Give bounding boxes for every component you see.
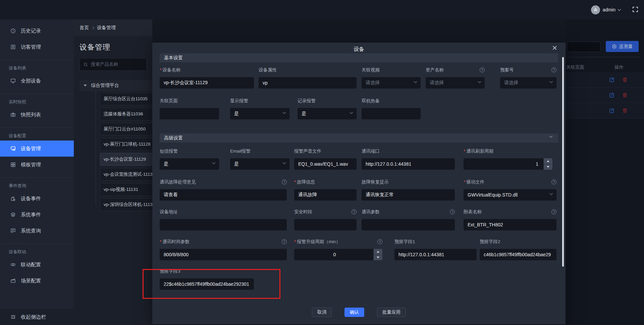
record-alarm-input[interactable]: 是 (298, 108, 357, 119)
field-label: *设备名称 (160, 67, 254, 74)
comm-fault-opinion-input[interactable]: 请查看 (160, 189, 287, 201)
field-label: 显示报警 (230, 98, 289, 105)
breadcrumb-home[interactable]: 首页 (79, 25, 89, 31)
sidebar-item-label: 系统查询 (21, 228, 41, 234)
help-icon[interactable]: ? (480, 67, 485, 72)
help-icon[interactable]: ? (282, 179, 287, 184)
select-value: 是 (164, 161, 168, 167)
dialog-section-advanced[interactable]: 高级设置 (160, 133, 558, 143)
tree-item[interactable]: 展厅综合区云台11035 (100, 93, 155, 105)
dialog-scrollbar[interactable] (562, 57, 564, 267)
tree-item[interactable]: vp-长沙会议室-11129 (100, 153, 155, 166)
chat-icon (10, 228, 16, 234)
chevron-down-icon (550, 80, 553, 83)
linked-video-input[interactable]: 请选择 (362, 77, 421, 89)
delete-icon[interactable] (622, 108, 628, 114)
tree-item[interactable]: 流媒体服务器11036 (100, 108, 155, 120)
search-icon (83, 62, 88, 67)
sidebar-item-chat[interactable]: 系统查询 (0, 223, 74, 239)
edit-icon[interactable] (609, 92, 615, 98)
alarm-sound-file-input[interactable]: EQ1_0.wav/EQ1_1.wav (294, 158, 357, 170)
search-input[interactable]: 搜索产品名称 (79, 58, 147, 71)
tree-item[interactable]: vp-sip视频-11131 (100, 183, 155, 196)
background-search-input[interactable] (567, 42, 600, 52)
field-label: 关联视频 (362, 67, 421, 74)
help-icon[interactable]: ? (551, 67, 556, 72)
camera-icon (10, 112, 16, 118)
sidebar-item-scene[interactable]: 场景配置 (0, 273, 74, 289)
safe-period-input[interactable] (294, 219, 357, 230)
spinner-down-button[interactable] (374, 255, 382, 261)
help-icon[interactable]: ? (282, 239, 287, 244)
reserved-field-1-input[interactable]: http://127.0.0.1:44381 (394, 249, 477, 260)
cancel-button[interactable]: 取消 (312, 308, 332, 317)
chevron-down-icon (283, 111, 286, 114)
form-field-comm-params: 通讯参数? (362, 209, 455, 230)
form-field-attached-table-name: 附表名称?Ext_BTR_TH802 (464, 209, 556, 230)
linked-page-input[interactable] (160, 108, 219, 119)
sidebar-item-device-manage[interactable]: 设备管理 (0, 141, 74, 157)
spinner-up-button[interactable] (374, 249, 382, 255)
email-alarm-input[interactable]: 是 (230, 158, 289, 170)
telemetry-add-button[interactable]: 遥测量 (606, 41, 639, 52)
spinner-down-button[interactable] (544, 164, 552, 170)
sidebar-item-visitor[interactable]: 访客管理 (0, 39, 74, 55)
fault-recovery-tip-input[interactable]: 通讯恢复正常 (362, 189, 455, 201)
spinner-up-button[interactable] (544, 158, 552, 164)
attached-table-name-input[interactable]: Ext_BTR_TH802 (464, 219, 556, 230)
dual-hot-standby-input[interactable] (362, 108, 421, 119)
delete-icon[interactable] (622, 92, 628, 98)
alarm-upgrade-period-input[interactable]: 0 (294, 249, 382, 260)
tree-item[interactable]: vp-展厅门口球机-11128 (100, 138, 155, 151)
batch-apply-button[interactable]: 批量应用 (377, 308, 406, 317)
sidebar-collapse-button[interactable]: 收起侧边栏 (0, 309, 74, 325)
sidebar-item-history[interactable]: 历史记录 (0, 23, 74, 39)
comm-port-input[interactable]: http://127.0.0.1:44381 (362, 158, 455, 170)
sidebar-item-link[interactable]: 联动配置 (0, 257, 74, 273)
tree-item[interactable]: vp-会议室推流测试-11130 (100, 168, 155, 181)
help-icon[interactable]: ? (450, 209, 455, 214)
close-icon[interactable]: ✕ (552, 45, 557, 51)
help-icon[interactable]: ? (551, 209, 556, 214)
driver-file-input[interactable]: GWVirtualEquip.STD.dll (464, 189, 556, 201)
show-alarm-input[interactable]: 是 (230, 108, 289, 119)
sidebar: 历史记录访客管理设备列表全部设备实时快照快照列表设备配置设备管理模板管理事件查询… (0, 19, 74, 325)
sidebar-item-camera[interactable]: 快照列表 (0, 107, 74, 123)
sidebar-item-device-event[interactable]: 设备事件 (0, 191, 74, 207)
device-address-input[interactable] (160, 219, 287, 230)
tree-item[interactable]: 展厅门口云台#11050 (100, 123, 155, 136)
device-tree-panel: 设备管理 搜索产品名称 综合管理平台 展厅综合区云台11035流媒体服务器110… (74, 36, 152, 325)
tree-item[interactable]: vp-深圳综合区球机-11133 (100, 198, 155, 211)
form-field-comm-time-params: *通讯时间参数?800/8/8/800 (160, 239, 287, 260)
edit-icon[interactable] (609, 77, 615, 83)
field-label: 预案号? (500, 67, 556, 74)
sidebar-item-layers[interactable]: 系统事件 (0, 207, 74, 223)
input-value: vp (263, 80, 268, 86)
help-icon[interactable]: ? (377, 239, 382, 244)
device-attr-input[interactable]: vp (259, 77, 357, 89)
plan-no-input[interactable]: 请选择 (500, 77, 556, 89)
fullscreen-icon[interactable] (632, 6, 639, 14)
confirm-button[interactable]: 确认 (344, 308, 364, 317)
device-name-input[interactable]: vp-长沙会议室-11129 (160, 77, 254, 89)
sms-alarm-input[interactable]: 是 (160, 158, 219, 170)
tree-root-node[interactable]: 综合管理平台 (79, 80, 153, 91)
comm-params-input[interactable] (362, 219, 455, 230)
sidebar-item-monitor[interactable]: 全部设备 (0, 73, 74, 89)
edit-icon[interactable] (609, 108, 615, 114)
sidebar-item-template[interactable]: 模板管理 (0, 157, 74, 173)
device-event-icon (10, 196, 16, 202)
help-icon[interactable]: ? (352, 209, 357, 214)
comm-refresh-period-input[interactable]: 1 (464, 158, 552, 170)
fault-info-input[interactable]: 通讯故障 (294, 189, 357, 201)
help-icon[interactable]: ? (551, 179, 556, 184)
asset-name-input[interactable]: 请选择 (426, 77, 485, 89)
telemetry-button-label: 遥测量 (619, 44, 633, 50)
delete-icon[interactable] (622, 77, 628, 83)
user-menu[interactable]: A admin (591, 0, 621, 19)
reserved-field-2-input[interactable]: c46b1c9857ff49ffb00ad24bae29 (480, 249, 556, 260)
sidebar-section-label: 设备配置 (0, 131, 74, 141)
sidebar-divider (0, 94, 74, 94)
comm-time-params-input[interactable]: 800/8/8/800 (160, 249, 287, 260)
form-field-reserved-field-1: 预留字段1http://127.0.0.1:44381 (394, 239, 477, 260)
